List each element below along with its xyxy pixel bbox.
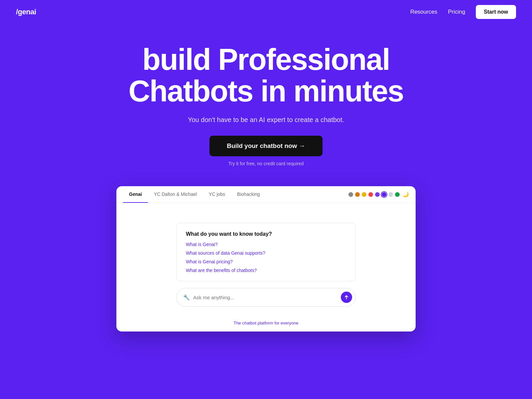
- hero-section: build Professional Chatbots in minutes Y…: [0, 24, 532, 183]
- color-dot-violet[interactable]: [375, 192, 380, 197]
- tab-genai[interactable]: Genai: [123, 186, 148, 203]
- nav-right: Resources Pricing Start now: [410, 5, 516, 19]
- demo-footer: The chatbot platform for everyone: [116, 317, 416, 332]
- tabs-left: Genai YC Dalton & Michael YC jobs Biohac…: [123, 186, 348, 202]
- color-dot-yellow[interactable]: [362, 192, 366, 197]
- chat-suggestion-4[interactable]: What are the benefits of chatbots?: [186, 268, 346, 273]
- color-dot-red[interactable]: [368, 192, 373, 197]
- hero-cta: Build your chatbot now → Try it for free…: [0, 136, 532, 166]
- hero-cta-note: Try it for free, no credit card required: [228, 161, 304, 166]
- start-now-button[interactable]: Start now: [476, 5, 516, 19]
- color-dot-light[interactable]: [388, 192, 393, 197]
- moon-icon[interactable]: 🌙: [402, 191, 409, 198]
- hero-subtitle: You don't have to be an AI expert to cre…: [0, 116, 532, 124]
- tab-yc-jobs[interactable]: YC jobs: [203, 186, 231, 203]
- chat-send-button[interactable]: [341, 292, 352, 303]
- tab-yc-dalton[interactable]: YC Dalton & Michael: [148, 186, 203, 203]
- demo-wrapper: Genai YC Dalton & Michael YC jobs Biohac…: [0, 186, 532, 332]
- tab-biohacking[interactable]: Biohacking: [231, 186, 266, 203]
- chat-suggestion-1[interactable]: What is Genai?: [186, 242, 346, 247]
- color-dot-amber[interactable]: [355, 192, 360, 197]
- chat-prompt-title: What do you want to know today?: [186, 231, 346, 237]
- hero-title-line2: Chatbots in minutes: [128, 74, 403, 108]
- nav-link-pricing[interactable]: Pricing: [448, 9, 465, 15]
- chat-input-row: 🔧: [176, 288, 356, 307]
- color-dot-gray[interactable]: [348, 192, 353, 197]
- hero-title: build Professional Chatbots in minutes: [116, 44, 416, 107]
- hero-title-line1: build Professional: [142, 43, 390, 76]
- demo-content: What do you want to know today? What is …: [116, 203, 416, 317]
- color-dot-green[interactable]: [395, 192, 400, 197]
- demo-card: Genai YC Dalton & Michael YC jobs Biohac…: [116, 186, 416, 332]
- chat-suggestion-3[interactable]: What is Genai pricing?: [186, 259, 346, 264]
- tabs-right: 🌙: [348, 191, 409, 198]
- chat-input-icon: 🔧: [183, 294, 190, 301]
- build-chatbot-button[interactable]: Build your chatbot now →: [209, 136, 323, 156]
- chat-suggestion-2[interactable]: What sources of data Genai supports?: [186, 250, 346, 256]
- color-dot-purple[interactable]: [382, 192, 386, 197]
- chat-prompt-card: What do you want to know today? What is …: [176, 223, 356, 281]
- nav-link-resources[interactable]: Resources: [410, 9, 437, 15]
- logo[interactable]: /genai: [16, 8, 36, 16]
- navbar: /genai Resources Pricing Start now: [0, 0, 532, 24]
- tabs-bar: Genai YC Dalton & Michael YC jobs Biohac…: [116, 186, 416, 203]
- chat-input[interactable]: [193, 295, 337, 300]
